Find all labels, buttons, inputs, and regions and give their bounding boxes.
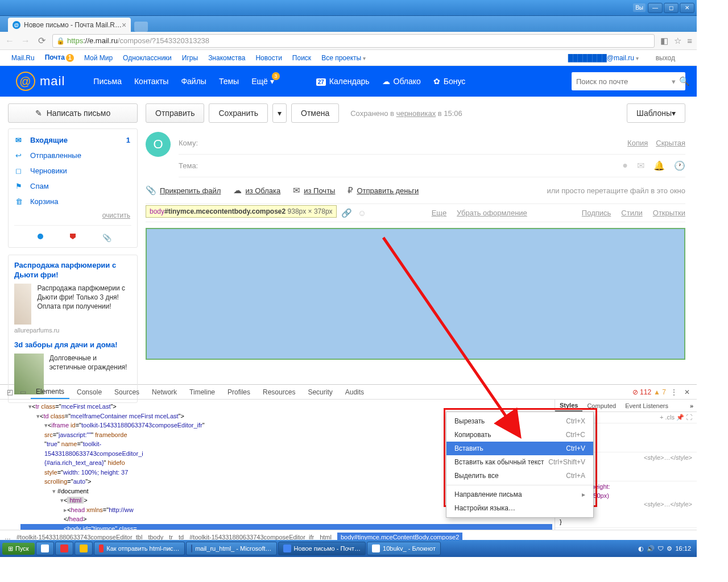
nav-bonus[interactable]: ✿Бонус bbox=[433, 77, 466, 86]
ctx-paste-plain[interactable]: Вставить как обычный текстCtrl+Shift+V bbox=[446, 455, 593, 469]
tab-sources[interactable]: Sources bbox=[109, 386, 144, 398]
receipt-icon[interactable]: ✉ bbox=[637, 160, 644, 171]
notify-icon[interactable]: 🔔 bbox=[653, 160, 665, 171]
chrome-menu-icon[interactable]: ≡ bbox=[687, 36, 692, 46]
start-button[interactable]: ⊞Пуск bbox=[2, 543, 35, 555]
save-dropdown[interactable]: ▾ bbox=[272, 103, 287, 123]
close-window-button[interactable]: ✕ bbox=[680, 3, 694, 13]
task-item-active[interactable]: Новое письмо - Почт… bbox=[278, 542, 366, 555]
inspect-icon[interactable]: ◰ bbox=[5, 388, 15, 396]
search-dropdown-icon[interactable]: ▾ bbox=[672, 77, 676, 86]
tab-console[interactable]: Console bbox=[72, 386, 107, 398]
tray-icon[interactable]: ◐ bbox=[638, 545, 644, 552]
nav-letters[interactable]: Письма bbox=[93, 77, 122, 86]
flag-icon[interactable] bbox=[70, 234, 76, 239]
tab-network[interactable]: Network bbox=[147, 386, 182, 398]
devtools-close-icon[interactable]: ✕ bbox=[682, 388, 692, 396]
quicklaunch[interactable] bbox=[55, 542, 73, 555]
forward-button[interactable]: → bbox=[20, 36, 31, 46]
task-item[interactable]: 10bukv_ - Блокнот bbox=[367, 542, 441, 555]
folder-trash[interactable]: 🗑Корзина bbox=[9, 194, 137, 209]
nav-mymir[interactable]: Мой Мир bbox=[84, 54, 113, 62]
subject-field[interactable]: Тема: ● ✉ 🔔 🕐 bbox=[179, 155, 685, 177]
search-input[interactable] bbox=[576, 77, 672, 86]
cancel-button[interactable]: Отмена bbox=[291, 103, 339, 123]
error-count[interactable]: ⊘ 112 bbox=[632, 388, 651, 396]
toolbar-styles[interactable]: Стили bbox=[621, 209, 642, 217]
templates-button[interactable]: Шаблоны ▾ bbox=[627, 103, 685, 123]
nav-all-projects[interactable]: Все проекты bbox=[321, 54, 366, 62]
logout-link[interactable]: выход bbox=[656, 54, 675, 62]
tray-icon[interactable]: ⚙ bbox=[667, 545, 672, 552]
ctx-paste[interactable]: ВставитьCtrl+V bbox=[446, 442, 593, 455]
clear-link[interactable]: очистить bbox=[9, 209, 137, 222]
taskbar-clock[interactable]: 16:12 bbox=[675, 545, 691, 552]
reload-button[interactable]: ⟳ bbox=[36, 35, 47, 46]
link-icon[interactable]: 🔗 bbox=[341, 208, 352, 218]
folder-inbox[interactable]: ✉Входящие1 bbox=[9, 132, 137, 148]
ctx-direction[interactable]: Направление письма bbox=[446, 488, 593, 501]
tray-icon[interactable]: 🛡 bbox=[657, 545, 664, 552]
toolbar-signature[interactable]: Подпись bbox=[582, 209, 611, 217]
toolbar-clear-format[interactable]: Убрать оформление bbox=[457, 209, 527, 217]
save-button[interactable]: Сохранить bbox=[209, 103, 268, 123]
new-tab-button[interactable] bbox=[134, 22, 148, 32]
warning-count[interactable]: ▲ 7 bbox=[653, 388, 666, 396]
tray-icon[interactable]: 🔊 bbox=[647, 545, 655, 552]
nav-calendar[interactable]: 27Календарь bbox=[316, 77, 370, 86]
tab-close-icon[interactable]: × bbox=[122, 20, 126, 30]
ctx-copy[interactable]: КопироватьCtrl+C bbox=[446, 428, 593, 442]
quicklaunch[interactable] bbox=[36, 542, 54, 555]
toolbar-more[interactable]: Еще bbox=[432, 209, 446, 217]
nav-ok[interactable]: Одноклассники bbox=[123, 54, 172, 62]
ad1-title[interactable]: Распродажа парфюмерии с Дьюти фри! bbox=[14, 261, 131, 280]
bcc-link[interactable]: Скрытая bbox=[656, 139, 685, 147]
minimize-button[interactable]: — bbox=[648, 3, 663, 13]
nav-search[interactable]: Поиск bbox=[292, 54, 311, 62]
ctx-lang-settings[interactable]: Настройки языка… bbox=[446, 501, 593, 515]
device-icon[interactable]: ▭ bbox=[18, 388, 28, 396]
send-money[interactable]: ₽Отправить деньги bbox=[348, 185, 419, 196]
search-icon[interactable]: 🔍 bbox=[679, 76, 690, 86]
nav-cloud[interactable]: ☁Облако bbox=[382, 77, 421, 86]
attach-file[interactable]: 📎Прикрепить файл bbox=[146, 185, 221, 196]
ctx-cut[interactable]: ВырезатьCtrl+X bbox=[446, 414, 593, 428]
send-button[interactable]: Отправить bbox=[146, 103, 204, 123]
nav-more[interactable]: Ещё ▾3 bbox=[251, 77, 274, 86]
nav-mailru[interactable]: Mail.Ru bbox=[11, 54, 35, 62]
listeners-tab[interactable]: Event Listeners bbox=[621, 401, 673, 411]
nav-mail[interactable]: Почта1 bbox=[45, 53, 74, 62]
to-field[interactable]: Кому: КопияСкрытая bbox=[179, 132, 685, 155]
nav-news[interactable]: Новости bbox=[255, 54, 282, 62]
tab-security[interactable]: Security bbox=[303, 386, 337, 398]
nav-contacts[interactable]: Контакты bbox=[134, 77, 168, 86]
nav-themes[interactable]: Темы bbox=[219, 77, 239, 86]
address-bar[interactable]: 🔒 https ://e.mail.ru /compose/?154332031… bbox=[52, 34, 655, 48]
browser-tab[interactable]: @ Новое письмо - Почта Mail.R… × bbox=[8, 18, 131, 32]
ad1-image[interactable] bbox=[14, 284, 31, 325]
tab-timeline[interactable]: Timeline bbox=[184, 386, 220, 398]
emoji-icon[interactable]: ☺ bbox=[358, 208, 366, 218]
mail-search[interactable]: ▾ 🔍 bbox=[572, 72, 685, 90]
maximize-button[interactable]: ◻ bbox=[664, 3, 679, 13]
editor-body-highlighted[interactable] bbox=[146, 228, 685, 360]
tab-audits[interactable]: Audits bbox=[340, 386, 369, 398]
schedule-icon[interactable]: 🕐 bbox=[674, 160, 685, 171]
system-tray[interactable]: ◐ 🔊 🛡 ⚙ 16:12 bbox=[635, 545, 694, 552]
back-button[interactable]: ← bbox=[5, 36, 15, 46]
task-item[interactable]: Как отправить html-пис… bbox=[94, 542, 185, 555]
attachment-icon[interactable]: 📎 bbox=[102, 234, 108, 239]
unread-dot-icon[interactable] bbox=[38, 234, 43, 239]
attach-cloud[interactable]: ☁из Облака bbox=[233, 185, 280, 196]
nav-dating[interactable]: Знакомства bbox=[208, 54, 245, 62]
folder-spam[interactable]: ⚑Спам bbox=[9, 178, 137, 194]
attach-mail[interactable]: ✉из Почты bbox=[293, 185, 335, 196]
styles-more-icon[interactable]: » bbox=[690, 402, 697, 409]
user-email[interactable]: ████████@mail.ru bbox=[568, 54, 639, 62]
mail-logo[interactable]: @ mail bbox=[16, 72, 65, 91]
compose-button[interactable]: ✎ Написать письмо bbox=[8, 103, 138, 123]
task-item[interactable]: mail_ru_html_ - Microsoft… bbox=[186, 542, 277, 555]
toolbar-cards[interactable]: Открытки bbox=[653, 209, 685, 217]
quicklaunch[interactable] bbox=[75, 542, 93, 555]
tab-profiles[interactable]: Profiles bbox=[222, 386, 255, 398]
